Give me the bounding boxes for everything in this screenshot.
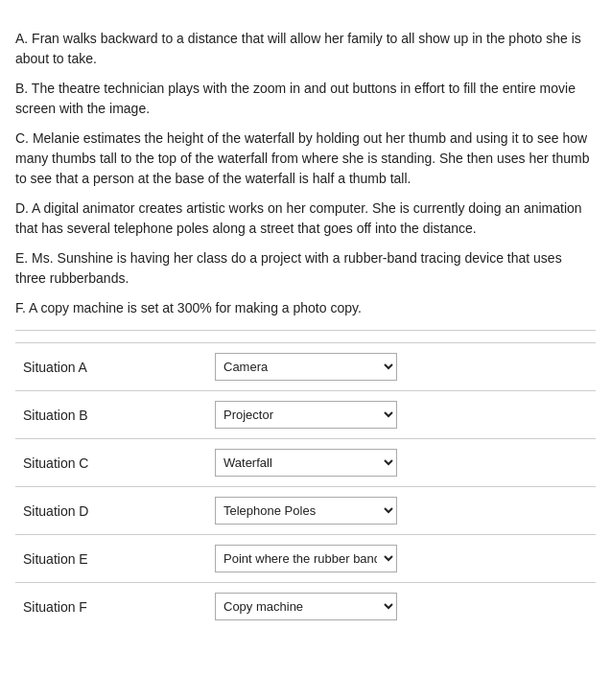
- situation-label-4: Situation E: [15, 535, 207, 583]
- situation-label-3: Situation D: [15, 487, 207, 535]
- situation-label-0: Situation A: [15, 343, 207, 391]
- situation-select-cell-3: CameraProjectorWaterfallTelephone PolesP…: [207, 487, 596, 535]
- paragraph-C: C. Melanie estimates the height of the w…: [15, 128, 596, 189]
- situation-select-2[interactable]: CameraProjectorWaterfallTelephone PolesP…: [215, 449, 397, 477]
- situation-label-5: Situation F: [15, 583, 207, 631]
- paragraph-A: A. Fran walks backward to a distance tha…: [15, 29, 596, 69]
- situation-select-cell-4: CameraProjectorWaterfallTelephone PolesP…: [207, 535, 596, 583]
- situation-select-cell-2: CameraProjectorWaterfallTelephone PolesP…: [207, 439, 596, 487]
- paragraph-B: B. The theatre technician plays with the…: [15, 79, 596, 119]
- situation-select-cell-1: CameraProjectorWaterfallTelephone PolesP…: [207, 391, 596, 439]
- situation-row: Situation FCameraProjectorWaterfallTelep…: [15, 583, 596, 631]
- paragraph-E: E. Ms. Sunshine is having her class do a…: [15, 248, 596, 289]
- situation-select-1[interactable]: CameraProjectorWaterfallTelephone PolesP…: [215, 401, 397, 429]
- situation-row: Situation CCameraProjectorWaterfallTelep…: [15, 439, 596, 487]
- situation-label-1: Situation B: [15, 391, 207, 439]
- situation-label-2: Situation C: [15, 439, 207, 487]
- paragraphs-container: A. Fran walks backward to a distance tha…: [15, 29, 596, 318]
- situation-select-4[interactable]: CameraProjectorWaterfallTelephone PolesP…: [215, 545, 397, 572]
- situation-row: Situation DCameraProjectorWaterfallTelep…: [15, 487, 596, 535]
- situation-row: Situation BCameraProjectorWaterfallTelep…: [15, 391, 596, 439]
- situation-select-0[interactable]: CameraProjectorWaterfallTelephone PolesP…: [215, 353, 397, 381]
- paragraph-D: D. A digital animator creates artistic w…: [15, 198, 596, 239]
- situation-select-3[interactable]: CameraProjectorWaterfallTelephone PolesP…: [215, 497, 397, 525]
- situation-select-5[interactable]: CameraProjectorWaterfallTelephone PolesP…: [215, 593, 397, 620]
- divider: [15, 330, 596, 331]
- situation-table: Situation ACameraProjectorWaterfallTelep…: [15, 342, 596, 630]
- situation-select-cell-0: CameraProjectorWaterfallTelephone PolesP…: [207, 343, 596, 391]
- paragraph-F: F. A copy machine is set at 300% for mak…: [15, 298, 596, 318]
- situation-row: Situation ACameraProjectorWaterfallTelep…: [15, 343, 596, 391]
- situation-row: Situation ECameraProjectorWaterfallTelep…: [15, 535, 596, 583]
- situation-select-cell-5: CameraProjectorWaterfallTelephone PolesP…: [207, 583, 596, 631]
